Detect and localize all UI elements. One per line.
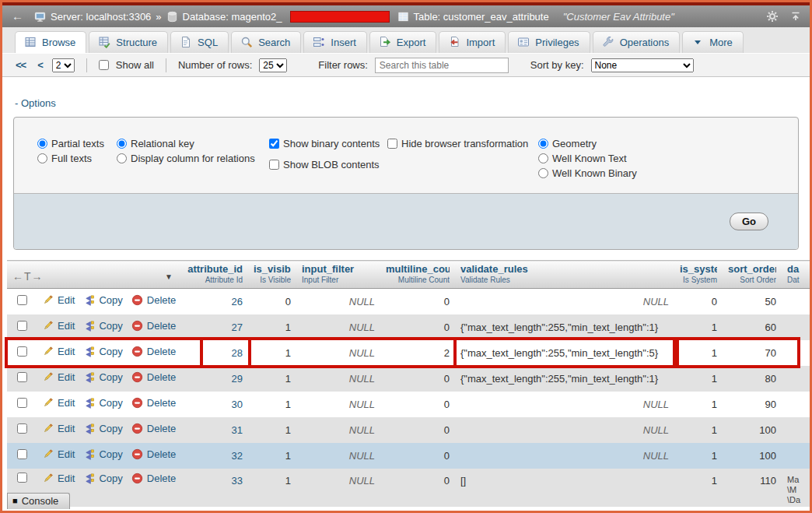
column-header-input_filter[interactable]: input_filterInput Filter <box>296 261 380 289</box>
sort-by-key-select[interactable]: None <box>591 58 694 72</box>
tab-import[interactable]: Import <box>439 31 506 53</box>
show-blob-checkbox[interactable] <box>269 160 279 170</box>
row-checkbox[interactable] <box>17 473 27 483</box>
cell-sort_order: 60 <box>723 314 782 340</box>
filter-rows-input[interactable] <box>375 58 509 73</box>
delete-row-button[interactable]: Delete <box>131 397 177 409</box>
show-all-checkbox[interactable] <box>99 60 109 70</box>
page-prev-button[interactable]: < <box>35 59 45 71</box>
option-display-column[interactable]: Display column for relations <box>117 153 269 164</box>
full-texts-radio[interactable] <box>37 153 47 163</box>
column-sublabel: Is System <box>680 275 717 285</box>
copy-row-button[interactable]: Copy <box>83 423 122 434</box>
edit-row-button[interactable]: Edit <box>42 346 75 357</box>
column-header-is_visible[interactable]: is_visibleIs Visible <box>248 261 296 289</box>
row-checkbox[interactable] <box>17 295 27 305</box>
options-toggle-link[interactable]: - Options <box>15 97 56 109</box>
column-header-validate_rules[interactable]: validate_rulesValidate Rules <box>455 261 674 289</box>
tab-sql[interactable]: SQL <box>170 31 229 53</box>
option-full-texts[interactable]: Full texts <box>37 153 117 164</box>
option-well-known-text[interactable]: Well Known Text <box>538 153 637 164</box>
edit-row-button[interactable]: Edit <box>42 473 75 484</box>
edit-row-button[interactable]: Edit <box>42 320 75 332</box>
tab-export[interactable]: Export <box>369 31 437 53</box>
option-geometry[interactable]: Geometry <box>538 138 637 149</box>
cell-validate_rules: NULL <box>455 392 674 417</box>
tab-more[interactable]: More <box>682 31 744 53</box>
console-tab[interactable]: ■ Console <box>7 493 70 509</box>
gear-icon[interactable] <box>766 10 779 23</box>
display-column-radio[interactable] <box>117 153 127 163</box>
tab-privileges[interactable]: Privileges <box>508 31 590 53</box>
num-rows-label: Number of rows: <box>178 59 252 71</box>
option-relational-key[interactable]: Relational key <box>117 138 269 149</box>
copy-row-button[interactable]: Copy <box>83 346 122 357</box>
delete-label: Delete <box>147 423 177 434</box>
num-rows-select[interactable]: 25 <box>259 58 287 72</box>
chevron-down-icon[interactable]: ▼ <box>165 272 174 281</box>
option-partial-texts[interactable]: Partial texts <box>37 138 117 149</box>
option-show-blob[interactable]: Show BLOB contents <box>269 159 387 170</box>
option-well-known-binary[interactable]: Well Known Binary <box>538 167 637 179</box>
delete-row-button[interactable]: Delete <box>131 473 177 484</box>
column-header-da[interactable]: daDat <box>782 261 810 289</box>
column-header-sort_order[interactable]: sort_orderSort Order <box>723 261 782 289</box>
back-arrow-button[interactable]: ← <box>10 9 30 24</box>
relational-key-radio[interactable] <box>117 139 127 149</box>
option-show-binary[interactable]: Show binary contents <box>269 138 387 149</box>
copy-row-button[interactable]: Copy <box>83 371 122 383</box>
copy-row-button[interactable]: Copy <box>83 294 122 306</box>
tab-insert[interactable]: Insert <box>303 31 367 53</box>
page-first-button[interactable]: << <box>13 59 28 71</box>
delete-row-button[interactable]: Delete <box>131 320 177 332</box>
row-checkbox[interactable] <box>17 372 27 382</box>
hide-transform-checkbox[interactable] <box>387 139 397 149</box>
show-all-label[interactable]: Show all <box>116 59 154 71</box>
delete-row-button[interactable]: Delete <box>131 423 177 434</box>
well-known-text-radio[interactable] <box>538 153 548 163</box>
delete-row-button[interactable]: Delete <box>131 346 177 357</box>
breadcrumb-database[interactable]: Database: magento2_ <box>183 11 282 23</box>
cell-sort_order: 70 <box>723 340 782 366</box>
column-move-control[interactable]: ←T→ <box>12 270 44 283</box>
row-checkbox[interactable] <box>17 346 27 357</box>
row-checkbox[interactable] <box>17 398 27 408</box>
edit-row-button[interactable]: Edit <box>42 371 75 383</box>
edit-row-button[interactable]: Edit <box>42 448 75 460</box>
copy-row-button[interactable]: Copy <box>83 448 122 460</box>
well-known-binary-radio[interactable] <box>538 168 548 178</box>
cell-row-actions: EditCopyDelete <box>37 289 180 314</box>
tab-operations[interactable]: Operations <box>593 31 681 53</box>
cell-sort_order: 90 <box>723 392 782 417</box>
go-button[interactable]: Go <box>730 213 768 230</box>
delete-row-button[interactable]: Delete <box>131 294 177 306</box>
page-number-select[interactable]: 2 <box>52 58 75 72</box>
copy-row-button[interactable]: Copy <box>83 473 122 484</box>
breadcrumb-table[interactable]: Table: customer_eav_attribute <box>414 11 549 23</box>
row-checkbox[interactable] <box>17 321 27 331</box>
column-header-attribute_id[interactable]: attribute_idAttribute Id <box>180 261 248 289</box>
copy-row-button[interactable]: Copy <box>83 320 122 332</box>
cell-validate_rules: [] <box>455 469 674 507</box>
column-header-multiline_count[interactable]: multiline_countMultiline Count <box>380 261 455 289</box>
edit-row-button[interactable]: Edit <box>42 294 75 306</box>
delete-row-button[interactable]: Delete <box>131 371 177 383</box>
tab-structure[interactable]: Structure <box>89 31 168 53</box>
edit-row-button[interactable]: Edit <box>42 397 75 409</box>
edit-row-button[interactable]: Edit <box>42 423 75 434</box>
copy-row-button[interactable]: Copy <box>83 397 122 409</box>
breadcrumb-server[interactable]: Server: localhost:3306 <box>51 11 151 23</box>
row-checkbox[interactable] <box>17 449 27 459</box>
row-checkbox[interactable] <box>17 423 27 434</box>
delete-row-button[interactable]: Delete <box>131 448 177 460</box>
show-binary-checkbox[interactable] <box>269 139 279 149</box>
well-known-text-label: Well Known Text <box>552 153 627 164</box>
tab-search[interactable]: Search <box>231 31 301 53</box>
geometry-radio[interactable] <box>538 139 548 149</box>
collapse-icon[interactable] <box>789 10 802 23</box>
column-header-is_system[interactable]: is_systemIs System <box>674 261 723 289</box>
tab-browse[interactable]: Browse <box>15 31 86 53</box>
cell-validate_rules: {"max_text_length":255,"min_text_length"… <box>455 340 674 366</box>
partial-texts-radio[interactable] <box>37 139 47 149</box>
option-hide-transform[interactable]: Hide browser transformation <box>387 138 538 149</box>
